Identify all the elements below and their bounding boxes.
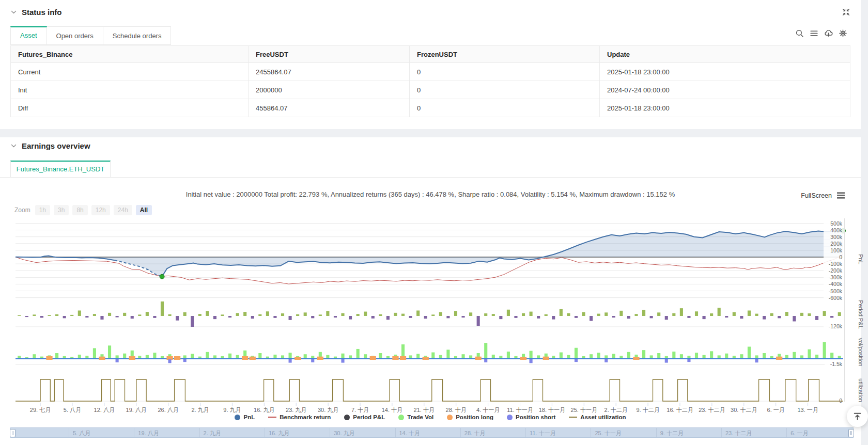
navigator-separator (395, 428, 396, 437)
navigator-date-label: 5. 八月 (73, 430, 90, 437)
column-header: Futures_Binance (11, 46, 249, 63)
zoom-button-3h[interactable]: 3h (54, 205, 69, 215)
compress-icon[interactable] (842, 8, 850, 17)
table-cell: 2024-07-24 00:00:00 (600, 81, 850, 99)
legend-label: Position short (516, 414, 555, 420)
zoom-button-12h[interactable]: 12h (91, 205, 110, 215)
settings-icon[interactable] (839, 29, 847, 38)
navigator-separator (656, 428, 657, 437)
svg-text:utilization: utilization (858, 378, 864, 402)
navigator-date-label: 9. 十二月 (660, 430, 684, 437)
legend-item-position-long[interactable]: Position long (447, 414, 493, 420)
svg-text:2. 十二月: 2. 十二月 (605, 407, 628, 413)
svg-text:25. 十一月: 25. 十一月 (571, 407, 597, 413)
table-cell: 2025-01-18 23:00:00 (600, 63, 850, 81)
zoom-button-all[interactable]: All (136, 205, 152, 215)
earnings-header: Earnings overview (10, 141, 90, 150)
earnings-chart[interactable]: 500k400k300k200k100k0-100k-200k-300k-400… (0, 216, 868, 415)
svg-text:7. 十月: 7. 十月 (351, 407, 369, 413)
svg-text:500k: 500k (830, 220, 843, 227)
column-header: FrozenUSDT (410, 46, 600, 63)
table-cell: 0 (410, 63, 600, 81)
svg-text:-120k: -120k (829, 323, 843, 329)
status-toolbar (795, 29, 847, 38)
navigator-separator (591, 428, 591, 437)
legend-dot (235, 415, 240, 420)
svg-text:300k: 300k (830, 234, 843, 240)
earnings-overview-card: Earnings overview Futures_Binance.ETH_US… (0, 137, 861, 445)
chart-navigator-slider[interactable]: 5. 八月19. 八月2. 九月16. 九月30. 九月14. 十月28. 十月… (10, 427, 854, 438)
status-tab-open-orders[interactable]: Open orders (47, 26, 103, 45)
tabbar-divider (0, 177, 861, 178)
svg-text:11. 十一月: 11. 十一月 (507, 407, 533, 413)
menu-icon[interactable] (810, 29, 818, 38)
svg-text:PnL: PnL (858, 254, 864, 264)
table-row: Diff455864.0702025-01-18 23:00:00 (11, 99, 850, 117)
navigator-date-label: 6. 一月 (791, 430, 808, 437)
navigator-separator (525, 428, 526, 437)
legend-dot (447, 415, 453, 420)
navigator-right-handle[interactable] (848, 429, 854, 437)
legend-item-period-p-l[interactable]: Period P&L (344, 414, 385, 420)
table-cell: 455864.07 (249, 99, 410, 117)
row-label[interactable]: Current (11, 63, 249, 81)
table-cell: 0 (410, 81, 600, 99)
svg-text:-400k: -400k (829, 281, 843, 287)
back-to-top-button[interactable] (847, 406, 868, 427)
navigator-left-handle[interactable] (10, 429, 16, 437)
svg-text:16. 九月: 16. 九月 (254, 407, 274, 413)
zoom-button-1h[interactable]: 1h (35, 205, 50, 215)
navigator-separator (69, 428, 69, 437)
svg-text:30. 十二月: 30. 十二月 (731, 407, 757, 413)
status-tab-schedule-orders[interactable]: Schedule orders (103, 26, 172, 45)
tab-futures-binance-eth-usdt[interactable]: Futures_Binance.ETH_USDT (10, 161, 111, 178)
zoom-controls: Zoom 1h3h8h12h24hAll (14, 205, 152, 215)
fullscreen-button[interactable]: FullScreen (801, 192, 832, 199)
asset-table: Futures_BinanceFreeUSDTFrozenUSDTUpdate … (10, 45, 850, 117)
svg-text:-200k: -200k (829, 267, 843, 274)
legend-dot (344, 415, 350, 420)
burger-menu-icon[interactable] (836, 191, 845, 200)
legend-dot (398, 415, 404, 420)
svg-text:6. 一月: 6. 一月 (767, 407, 785, 413)
navigator-date-label: 30. 九月 (334, 430, 354, 437)
section-title-status-info: Status info (22, 8, 62, 17)
svg-text:2. 九月: 2. 九月 (191, 407, 209, 413)
zoom-button-24h[interactable]: 24h (114, 205, 132, 215)
chart-controls: FullScreen (801, 191, 845, 200)
legend-line (569, 417, 577, 418)
table-cell: 2000000 (249, 81, 410, 99)
zoom-button-8h[interactable]: 8h (72, 205, 87, 215)
navigator-separator (721, 428, 722, 437)
section-title-earnings-overview: Earnings overview (22, 141, 90, 150)
zoom-label: Zoom (14, 206, 30, 214)
legend-label: Period P&L (353, 414, 385, 420)
svg-text:5. 八月: 5. 八月 (64, 407, 81, 413)
svg-text:19. 八月: 19. 八月 (126, 407, 147, 413)
collapse-chevron-icon[interactable] (10, 142, 17, 149)
svg-text:21. 十月: 21. 十月 (414, 407, 435, 413)
svg-text:-600k: -600k (829, 295, 843, 301)
search-icon[interactable] (795, 29, 804, 38)
zoom-buttons: 1h3h8h12h24hAll (35, 205, 152, 215)
legend-item-benchmark-return[interactable]: Benchmark return (268, 414, 331, 420)
svg-text:9. 九月: 9. 九月 (223, 407, 241, 413)
legend-item-asset-utilization[interactable]: Asset utilization (569, 414, 626, 420)
table-row: Init200000002024-07-24 00:00:00 (11, 81, 850, 99)
table-row: Current2455864.0702025-01-18 23:00:00 (11, 63, 850, 81)
status-tab-asset[interactable]: Asset (10, 26, 47, 45)
cloud-download-icon[interactable] (824, 29, 833, 38)
legend-item-position-short[interactable]: Position short (507, 414, 555, 420)
legend-label: Position long (456, 414, 493, 420)
svg-text:Period P&L: Period P&L (858, 300, 864, 329)
navigator-date-label: 2. 九月 (204, 430, 221, 437)
svg-text:-1.5k: -1.5k (830, 361, 843, 367)
svg-text:-500k: -500k (829, 288, 843, 294)
svg-text:12. 八月: 12. 八月 (94, 407, 115, 413)
earnings-stats-line: Initial net value : 2000000 Total profit… (0, 190, 861, 198)
svg-text:200k: 200k (830, 241, 843, 247)
legend-item-trade-vol[interactable]: Trade Vol (398, 414, 433, 420)
legend-item-pnl[interactable]: PnL (235, 414, 255, 420)
svg-text:4. 十一月: 4. 十一月 (476, 407, 500, 413)
collapse-chevron-icon[interactable] (10, 9, 17, 15)
